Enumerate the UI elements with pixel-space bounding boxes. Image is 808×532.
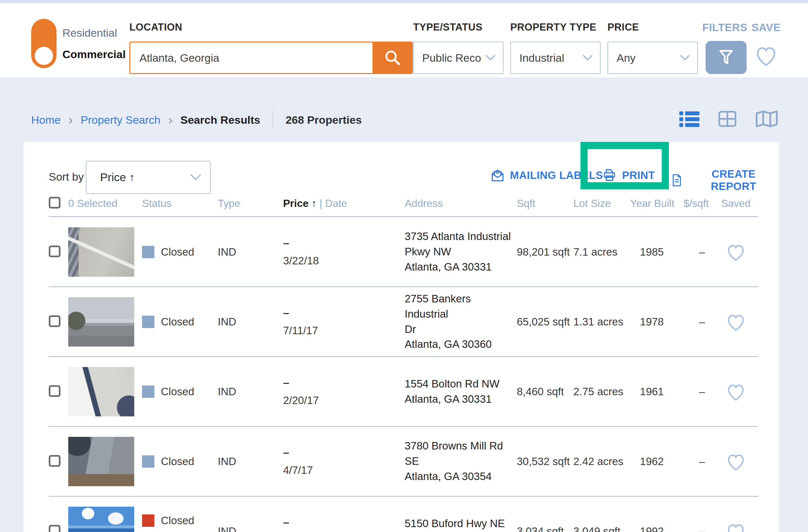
residential-commercial-toggle[interactable] (31, 19, 57, 68)
price-value: – (283, 376, 405, 388)
status-label: Closed (161, 385, 195, 398)
property-photo[interactable] (68, 297, 134, 346)
table-row: Closed IND – 2/20/17 1554 Bolton Rd NW A… (49, 357, 758, 427)
divider (273, 110, 273, 129)
column-price-date[interactable]: Price ↑ | Date (283, 197, 405, 209)
search-button[interactable] (372, 42, 413, 74)
sqft-value: 30,532 sqft (517, 455, 573, 468)
property-photo[interactable] (68, 437, 134, 486)
price-date-cell: – 7/11/17 (283, 307, 405, 337)
column-status: Status (142, 197, 218, 209)
filters-button[interactable] (705, 41, 747, 74)
address[interactable]: 2755 Bankers Industrial Dr Atlanta, GA 3… (405, 291, 517, 352)
lot-size-value: 3,049 sqft (573, 525, 630, 532)
column-address: Address (405, 197, 517, 209)
sort-by-label: Sort by (49, 171, 84, 183)
select-all-checkbox[interactable] (49, 197, 60, 209)
price-select[interactable]: Any (607, 42, 698, 74)
price-date-cell: – 2/20/17 (283, 376, 405, 406)
toggle-knob (35, 47, 53, 65)
create-report-icon (670, 173, 683, 188)
map-view-button[interactable] (755, 110, 778, 127)
type-status-label: TYPE/STATUS (413, 21, 482, 33)
price-per-sqft-value: – (674, 246, 713, 258)
location-search-input[interactable] (129, 42, 372, 74)
property-photo[interactable] (68, 367, 134, 416)
price-value: – (283, 446, 405, 458)
status-label: Closed (161, 514, 195, 527)
year-built-value: 1992 (630, 525, 674, 532)
lot-size-value: 7.1 acres (573, 246, 630, 258)
property-type: IND (218, 385, 283, 398)
column-sqft: Sqft (517, 197, 573, 209)
property-photo[interactable] (68, 227, 134, 277)
save-property-button[interactable] (724, 310, 748, 333)
year-built-value: 1961 (630, 385, 674, 398)
list-view-button[interactable] (679, 111, 699, 127)
sort-value: Price ↑ (100, 171, 135, 184)
row-checkbox[interactable] (49, 385, 60, 397)
type-status-select[interactable]: Public Recor… (413, 42, 503, 74)
heart-icon (752, 42, 780, 69)
column-type: Type (218, 197, 283, 209)
row-checkbox[interactable] (49, 316, 60, 327)
table-row: Closed IND – 7/11/17 2755 Bankers Indust… (49, 287, 758, 357)
property-type-label: PROPERTY TYPE (510, 21, 596, 33)
save-property-button[interactable] (724, 520, 748, 532)
property-type: IND (218, 525, 283, 532)
year-built-value: 1978 (630, 316, 674, 328)
sort-select[interactable]: Price ↑ (86, 161, 210, 194)
row-checkbox[interactable] (49, 525, 60, 532)
breadcrumb-home-link[interactable]: Home (31, 114, 61, 126)
save-property-button[interactable] (724, 450, 748, 473)
chevron-down-icon (485, 55, 496, 61)
save-label: SAVE (751, 21, 781, 34)
price-value: Any (617, 52, 636, 64)
type-status-value: Public Recor… (422, 52, 482, 64)
property-type-value: Industrial (519, 52, 564, 64)
property-type: IND (218, 455, 283, 468)
status-indicator (142, 246, 154, 258)
row-checkbox[interactable] (49, 246, 60, 257)
property-photo[interactable] (68, 507, 134, 532)
property-type-select[interactable]: Industrial (510, 42, 601, 74)
create-report-button[interactable]: CREATE REPORT (670, 168, 779, 193)
status-label: Closed (161, 455, 195, 468)
residential-option[interactable]: Residential (62, 26, 117, 39)
price-value: – (283, 237, 405, 249)
sqft-value: 8,460 sqft (517, 385, 573, 398)
price-date-cell: – 3/22/18 (283, 237, 405, 267)
save-search-button[interactable] (752, 42, 780, 69)
column-year-built: Year Built (630, 197, 674, 209)
print-label: PRINT (622, 169, 655, 182)
breadcrumb-current: Search Results (180, 114, 260, 126)
price-per-sqft-value: – (674, 385, 713, 398)
column-saved: Saved (713, 197, 758, 209)
price-per-sqft-value: – (674, 525, 713, 532)
table-row: Closed IND – 3/22/18 3735 Atlanta Indust… (49, 217, 758, 287)
status-indicator (142, 455, 154, 468)
lot-size-value: 2.42 acres (573, 455, 630, 468)
address[interactable]: 1554 Bolton Rd NW Atlanta, GA 30331 (405, 376, 517, 407)
chevron-down-icon (680, 55, 690, 61)
print-button[interactable]: PRINT (602, 168, 655, 183)
address[interactable]: 3735 Atlanta Industrial Pkwy NW Atlanta,… (405, 229, 517, 275)
view-switcher (679, 110, 778, 127)
breadcrumb-property-search-link[interactable]: Property Search (80, 114, 161, 126)
table-row: Closed IND – 4/7/17 3780 Browns Mill Rd … (49, 427, 758, 497)
grid-view-icon (718, 111, 736, 127)
browser-top-strip (0, 0, 808, 3)
address[interactable]: 5150 Buford Hwy NE Atlanta, GA 30340 (405, 516, 517, 532)
mailing-labels-button[interactable]: MAILING LABELS (491, 168, 603, 183)
address[interactable]: 3780 Browns Mill Rd SE Atlanta, GA 30354 (405, 438, 517, 484)
table-row: Closed Foreclosed IND – 8/2/16 5150 Bufo… (49, 497, 758, 532)
commercial-option[interactable]: Commercial (62, 48, 126, 61)
row-checkbox[interactable] (49, 455, 60, 467)
save-property-button[interactable] (724, 241, 748, 263)
grid-view-button[interactable] (718, 111, 736, 127)
date-value: 4/7/17 (283, 464, 405, 476)
results-card: Sort by Price ↑ MAILING LABELS PRINT (24, 142, 779, 532)
date-value: 7/11/17 (283, 324, 405, 337)
save-property-button[interactable] (724, 380, 748, 403)
status-label: Closed (161, 246, 195, 258)
